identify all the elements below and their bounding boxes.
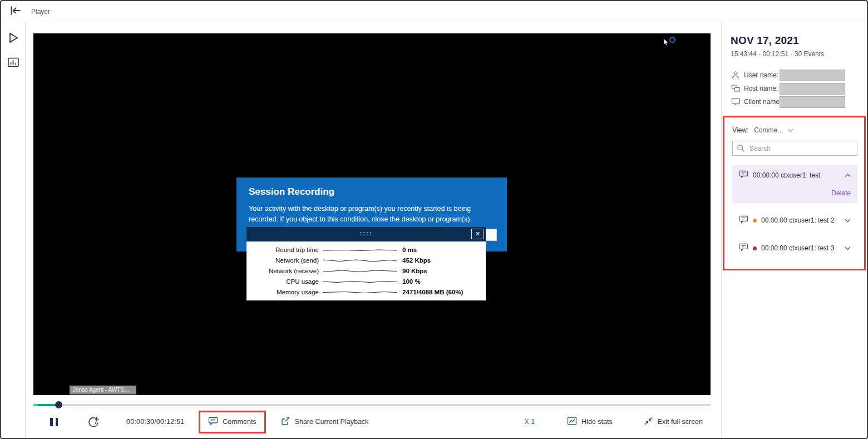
share-icon [280, 416, 290, 428]
stat-label: Round trip time [246, 246, 323, 253]
redacted-value [780, 83, 845, 95]
comments-panel-callout: View: Comme... [723, 116, 866, 270]
view-dropdown[interactable]: Comme... [754, 126, 793, 134]
comment-header[interactable]: 00:00:00 ctxuser1: test [739, 170, 851, 180]
recording-date: NOV 17, 2021 [731, 34, 861, 47]
comments-button-callout: Comments [199, 411, 265, 433]
redacted-value [780, 96, 845, 108]
play-icon [8, 32, 19, 46]
stat-value: 0 ms [397, 246, 417, 253]
client-name-row: Client name: [731, 96, 861, 108]
hide-stats-button[interactable]: Hide stats [567, 416, 613, 427]
stat-value: 452 Kbps [397, 257, 431, 264]
dialog-body: Your activity with the desktop or progra… [249, 204, 497, 225]
sparkline-icon [323, 246, 397, 253]
delete-comment-button[interactable]: Delete [831, 189, 851, 197]
field-label: Host name: [744, 85, 776, 92]
playback-speed-button[interactable]: X 1 [524, 418, 535, 426]
comment-header[interactable]: 00:00:00 ctxuser1: test 2 [739, 215, 851, 225]
stat-row: Memory usage 2471/4088 MB (60%) [246, 287, 486, 297]
events-stats-tab[interactable] [7, 57, 20, 70]
control-bar-right: X 1 Hide stats Exit full screen [524, 416, 711, 427]
close-icon[interactable]: ✕ [471, 229, 484, 239]
field-label: User name: [744, 71, 776, 79]
comment-text: 00:00:00 ctxuser1: test [753, 171, 820, 179]
comment-header[interactable]: 00:00:00 ctxuser1: test 3 [739, 243, 851, 253]
exit-fullscreen-label: Exit full screen [658, 418, 703, 426]
comment-icon [739, 215, 748, 225]
comment-actions: Delete [739, 188, 851, 198]
sparkline-icon [323, 257, 397, 264]
comment-text: 00:00:00 ctxuser1: test 2 [761, 216, 834, 224]
red-dot-icon [753, 246, 757, 250]
orange-dot-icon [753, 219, 757, 223]
stats-titlebar: :::: ✕ [246, 227, 486, 241]
session-name-badge: Jonas Agent - AWTSVD... [70, 386, 136, 394]
connection-stats-overlay: :::: ✕ Round trip time 0 ms Network (sen… [246, 227, 486, 300]
play-tab[interactable] [7, 32, 20, 46]
drag-handle-icon[interactable]: :::: [360, 231, 373, 235]
identity-fields: User name: Host name: Client name: [731, 69, 861, 108]
chevron-down-icon [787, 126, 793, 134]
chevron-down-icon [845, 246, 851, 250]
redacted-value [780, 70, 845, 81]
user-name-row: User name: [731, 69, 861, 81]
stat-label: Network (receive) [246, 268, 323, 274]
rewind-icon [87, 422, 100, 430]
player-main: Session Recording Your activity with the… [26, 22, 721, 438]
seek-track[interactable] [33, 404, 711, 406]
view-row: View: Comme... [732, 126, 857, 134]
page-title: Player [31, 8, 50, 16]
share-playback-button[interactable]: Share Current Playback [280, 416, 369, 428]
seek-played [33, 404, 58, 406]
player-window: Player Session Recording Your act [0, 0, 868, 439]
client-icon [731, 97, 741, 106]
search-input[interactable] [732, 141, 857, 156]
rewind-button[interactable]: 7 [87, 416, 100, 428]
field-label: Client name: [744, 98, 776, 106]
cursor-arrow-icon [663, 38, 669, 48]
exit-fullscreen-icon [644, 416, 653, 427]
seek-handle[interactable] [55, 401, 62, 408]
seek-bar[interactable] [33, 401, 711, 408]
back-button[interactable] [9, 6, 22, 18]
comment-item[interactable]: 00:00:00 ctxuser1: test 2 [732, 210, 857, 231]
sparkline-icon [323, 278, 397, 285]
time-display: 00:00:30/00:12:51 [126, 418, 184, 426]
topbar: Player [1, 1, 867, 22]
host-name-row: Host name: [731, 82, 861, 95]
chevron-down-icon [845, 219, 851, 223]
video-surface: Session Recording Your activity with the… [33, 33, 711, 395]
chevron-up-icon [845, 174, 851, 177]
share-label: Share Current Playback [295, 418, 369, 426]
stat-value: 90 Kbps [397, 268, 427, 274]
recording-info-panel: NOV 17, 2021 15:43:44 · 00:12:51 · 30 Ev… [721, 22, 867, 438]
user-icon [731, 71, 741, 80]
cursor-indicator [661, 36, 675, 47]
recording-meta: 15:43:44 · 00:12:51 · 30 Events [731, 50, 861, 58]
back-icon [9, 5, 22, 18]
comments-button[interactable]: Comments [223, 418, 256, 426]
cursor-ring-icon [669, 37, 675, 43]
dialog-title: Session Recording [249, 186, 495, 198]
exit-fullscreen-button[interactable]: Exit full screen [644, 416, 703, 427]
left-rail [1, 22, 26, 438]
pause-icon [50, 418, 58, 426]
comment-item[interactable]: 00:00:00 ctxuser1: test Delete [732, 165, 857, 203]
sparkline-icon [323, 268, 397, 274]
search-box [732, 141, 857, 156]
view-dropdown-value: Comme... [754, 126, 783, 134]
comments-list: 00:00:00 ctxuser1: test Delete [732, 165, 857, 259]
bar-chart-icon [7, 57, 19, 70]
sparkline-icon [323, 289, 397, 295]
rewind-interval-label: 7 [94, 419, 97, 425]
comment-item[interactable]: 00:00:00 ctxuser1: test 3 [732, 238, 857, 259]
stat-label: CPU usage [246, 278, 323, 285]
comment-icon [739, 243, 748, 253]
stat-label: Network (send) [246, 257, 323, 264]
stat-row: Network (receive) 90 Kbps [246, 265, 486, 276]
pause-button[interactable] [50, 418, 58, 426]
stats-body: Round trip time 0 ms Network (send) 452 … [246, 241, 486, 300]
host-icon [731, 84, 741, 93]
stat-value: 100 % [397, 278, 421, 285]
